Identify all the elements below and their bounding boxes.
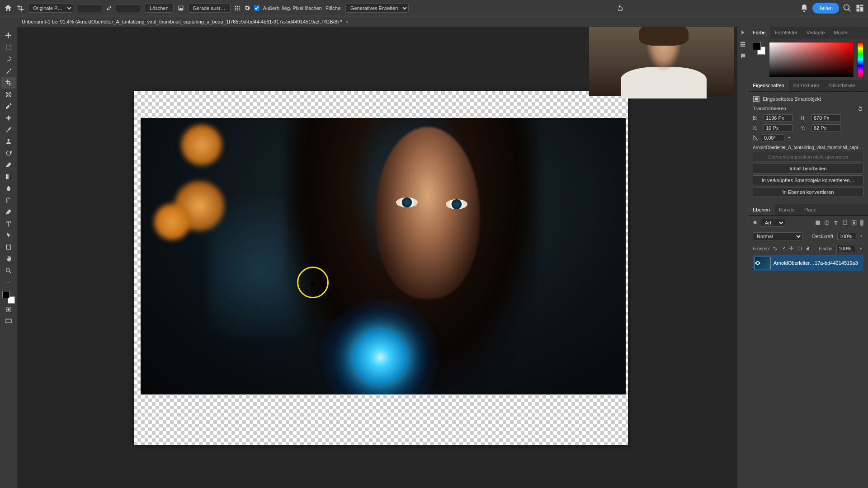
hue-slider[interactable] (857, 42, 863, 77)
crop-preset-dropdown[interactable]: Originale P… (28, 4, 73, 13)
brush-tool[interactable] (1, 124, 16, 136)
y-input[interactable] (811, 124, 840, 131)
fill-opacity-input[interactable] (836, 245, 855, 252)
collapse-icon[interactable] (739, 29, 746, 36)
tab-paths[interactable]: Pfade (799, 204, 821, 215)
image-icon[interactable] (177, 4, 184, 12)
home-icon[interactable] (4, 4, 13, 13)
frame-tool[interactable] (1, 89, 16, 100)
tab-libraries[interactable]: Bibliotheken (824, 80, 860, 91)
healing-tool[interactable] (1, 112, 16, 124)
workspace-icon[interactable] (855, 4, 864, 13)
color-swatch-pair[interactable] (753, 42, 765, 55)
lock-paint-icon[interactable] (781, 246, 786, 251)
history-brush-tool[interactable] (1, 147, 16, 159)
tab-swatches[interactable]: Farbfelder (770, 27, 802, 38)
tab-properties[interactable]: Eigenschaften (748, 80, 789, 91)
lock-position-icon[interactable] (789, 246, 794, 251)
quick-mask-icon[interactable] (1, 304, 16, 315)
fill-mode-dropdown[interactable]: Generatives Erweitern (345, 4, 409, 13)
tab-patterns[interactable]: Muster (829, 27, 854, 38)
filter-shape-icon[interactable] (842, 220, 848, 226)
blur-tool[interactable] (1, 183, 16, 194)
crop-icon[interactable] (16, 4, 24, 12)
eraser-tool[interactable] (1, 159, 16, 171)
image-layer[interactable] (141, 118, 626, 394)
foreground-background-swatch[interactable] (2, 291, 15, 304)
document-title[interactable]: Unbenannt-1 bei 91,4% (ArnoldOberleiter_… (22, 19, 342, 24)
tab-gradients[interactable]: Verläufe (802, 27, 829, 38)
properties-panel-tabs: Eigenschaften Korrekturen Bibliotheken (748, 80, 868, 91)
filter-type-icon[interactable] (833, 220, 839, 226)
dodge-tool[interactable] (1, 194, 16, 206)
color-panel-tabs: Farbe Farbfelder Verläufe Muster (748, 27, 868, 38)
x-input[interactable] (764, 124, 793, 131)
type-tool[interactable] (1, 218, 16, 230)
grid-icon[interactable] (234, 4, 241, 12)
tab-channels[interactable]: Kanäle (774, 204, 799, 215)
opacity-label: Deckkraft: (812, 234, 835, 239)
height-input[interactable] (811, 114, 840, 122)
width-input[interactable] (764, 114, 793, 122)
edit-contents-button[interactable]: Inhalt bearbeiten (753, 164, 863, 174)
tab-color[interactable]: Farbe (748, 27, 770, 38)
filter-toggle[interactable] (860, 220, 863, 226)
lock-all-icon[interactable] (805, 246, 811, 251)
blend-mode-dropdown[interactable]: Normal (753, 232, 802, 240)
close-tab-icon[interactable]: × (346, 19, 349, 24)
color-field[interactable] (769, 42, 854, 77)
lock-artboard-icon[interactable] (797, 246, 802, 251)
gear-icon[interactable] (244, 4, 250, 12)
crop-width-input[interactable] (77, 4, 102, 12)
opacity-input[interactable] (837, 233, 856, 240)
lock-transparency-icon[interactable] (773, 246, 778, 251)
reset-transform-icon[interactable] (857, 105, 863, 112)
opacity-dropdown-icon[interactable] (859, 234, 863, 239)
filter-smart-icon[interactable] (851, 220, 857, 226)
convert-linked-button[interactable]: In verknüpftes Smartobjekt konvertieren… (753, 175, 863, 185)
reset-icon[interactable] (616, 4, 624, 12)
zoom-tool[interactable] (1, 265, 16, 277)
filter-pixel-icon[interactable] (815, 220, 821, 226)
eyedropper-tool[interactable] (1, 100, 16, 112)
artboard[interactable] (134, 91, 628, 445)
tab-adjustments[interactable]: Korrekturen (789, 80, 824, 91)
shape-tool[interactable] (1, 241, 16, 253)
crop-tool[interactable] (1, 77, 16, 89)
layer-comp-dropdown[interactable]: Ebenenkomposition nicht anwenden (753, 152, 863, 162)
stamp-tool[interactable] (1, 136, 16, 147)
search-icon[interactable] (843, 4, 852, 13)
hand-tool[interactable] (1, 253, 16, 265)
svg-rect-11 (774, 247, 775, 249)
swap-dimensions-icon[interactable] (106, 5, 112, 11)
angle-input[interactable] (762, 134, 784, 141)
delete-button[interactable]: Löschen (145, 4, 174, 13)
marquee-tool[interactable] (1, 42, 16, 53)
layer-filter-dropdown[interactable]: Art (761, 219, 785, 227)
tab-layers[interactable]: Ebenen (748, 204, 774, 215)
wand-tool[interactable] (1, 65, 16, 77)
lasso-tool[interactable] (1, 53, 16, 65)
move-tool[interactable] (1, 30, 16, 42)
angle-dropdown-icon[interactable] (787, 136, 792, 140)
edit-toolbar-icon[interactable]: ⋯ (1, 277, 16, 288)
convert-layers-button[interactable]: In Ebenen konvertieren (753, 187, 863, 197)
layer-row[interactable]: ArnoldOberleiter…17a-bd44914519a3 (753, 255, 863, 271)
gradient-tool[interactable] (1, 171, 16, 183)
comments-panel-icon[interactable] (739, 52, 746, 60)
layer-visibility-icon[interactable] (755, 260, 761, 266)
screen-mode-icon[interactable] (1, 315, 16, 327)
history-panel-icon[interactable] (739, 41, 746, 48)
layer-search-icon[interactable] (753, 220, 758, 225)
fill-dropdown-icon[interactable] (858, 246, 863, 251)
filter-adjust-icon[interactable] (824, 220, 830, 226)
share-button[interactable]: Teilen (812, 3, 839, 14)
path-select-tool[interactable] (1, 230, 16, 241)
straighten-button[interactable]: Gerade ausr… (188, 4, 231, 13)
delete-cropped-checkbox[interactable] (254, 5, 259, 11)
layer-name-label[interactable]: ArnoldOberleiter…17a-bd44914519a3 (774, 260, 862, 266)
pen-tool[interactable] (1, 206, 16, 218)
notification-icon[interactable] (800, 4, 809, 13)
canvas-area[interactable] (17, 27, 737, 488)
crop-height-input[interactable] (116, 4, 141, 12)
